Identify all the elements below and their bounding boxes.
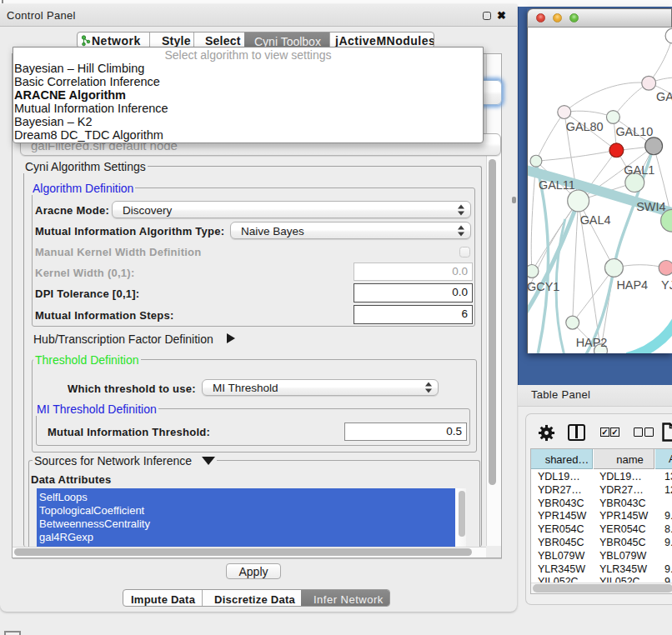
svg-text:GAL4: GAL4: [580, 213, 611, 227]
svg-text:YJ: YJ: [661, 278, 672, 292]
svg-text:HAP2: HAP2: [576, 336, 608, 349]
svg-text:SWI4: SWI4: [636, 200, 665, 213]
svg-text:GAL1: GAL1: [624, 163, 654, 177]
svg-text:GCY1: GCY1: [527, 280, 559, 293]
svg-text:GAL10: GAL10: [615, 125, 653, 138]
svg-text:HAP4: HAP4: [616, 278, 648, 292]
svg-text:GAL11: GAL11: [539, 178, 575, 192]
svg-text:GAL80: GAL80: [566, 120, 604, 133]
svg-text:GAL7: GAL7: [656, 90, 672, 103]
